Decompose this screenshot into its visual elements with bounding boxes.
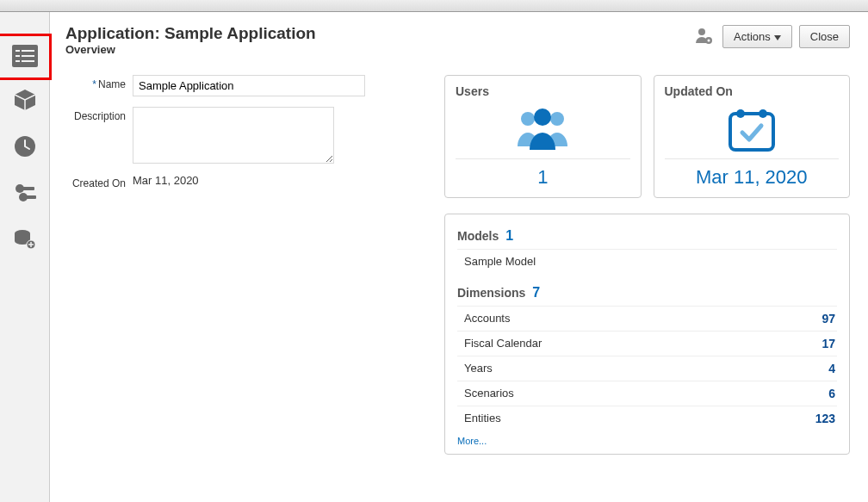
actions-label: Actions (734, 30, 771, 43)
dimensions-heading: Dimensions 7 (457, 285, 837, 301)
page-subtitle: Overview (65, 43, 316, 56)
svg-point-18 (550, 112, 564, 126)
dimension-row[interactable]: Accounts 97 (457, 306, 837, 331)
svg-point-16 (708, 39, 710, 41)
svg-rect-3 (16, 55, 20, 57)
model-row[interactable]: Sample Model (457, 249, 837, 273)
svg-point-19 (534, 108, 551, 126)
users-card[interactable]: Users 1 (444, 75, 642, 198)
main-content: Application: Sample Application Overview… (50, 12, 865, 502)
sidebar-item-history[interactable] (0, 124, 49, 170)
database-icon (14, 229, 36, 252)
svg-rect-4 (22, 55, 34, 57)
name-label: *Name (65, 75, 133, 96)
dimension-row[interactable]: Fiscal Calendar 17 (457, 331, 837, 356)
sidebar-item-cube[interactable] (0, 77, 49, 124)
dimension-row[interactable]: Scenarios 6 (457, 381, 837, 406)
actions-button[interactable]: Actions (722, 25, 792, 48)
users-count: 1 (537, 166, 548, 189)
svg-rect-1 (16, 50, 20, 52)
created-on-label: Created On (65, 174, 133, 189)
svg-point-17 (521, 112, 535, 126)
user-gear-icon (694, 26, 713, 47)
sidebar-item-keys[interactable] (0, 170, 49, 217)
models-dimensions-panel: Models 1 Sample Model Dimensions 7 Accou… (444, 214, 850, 455)
clock-icon (14, 135, 36, 160)
svg-point-22 (759, 109, 767, 118)
svg-rect-2 (22, 50, 34, 52)
svg-rect-20 (730, 114, 773, 150)
more-link[interactable]: More... (457, 436, 487, 446)
svg-point-14 (698, 28, 705, 35)
description-label: Description (65, 107, 133, 164)
window-titlebar (0, 0, 868, 12)
keys-icon (13, 182, 37, 207)
form-section: *Name Description Created On Mar 11, 202… (65, 75, 436, 455)
users-icon (512, 105, 573, 153)
users-card-title: Users (456, 84, 630, 98)
calendar-check-icon (723, 105, 780, 153)
sidebar-item-overview[interactable] (0, 34, 52, 80)
svg-rect-6 (22, 60, 34, 62)
updated-card[interactable]: Updated On Mar 11, 2020 (654, 75, 851, 198)
models-heading: Models 1 (457, 228, 837, 244)
updated-date: Mar 11, 2020 (696, 166, 808, 189)
svg-rect-5 (16, 60, 20, 62)
svg-rect-9 (22, 187, 34, 190)
created-on-value: Mar 11, 2020 (133, 174, 199, 189)
user-permissions-button[interactable] (691, 24, 716, 48)
name-input[interactable] (133, 75, 365, 96)
sidebar-item-data[interactable] (0, 217, 49, 263)
cube-icon (13, 88, 37, 115)
svg-rect-11 (26, 195, 36, 199)
close-button[interactable]: Close (799, 25, 850, 48)
dimension-row[interactable]: Entities 123 (457, 406, 837, 431)
list-icon (12, 45, 38, 70)
description-input[interactable] (133, 107, 334, 164)
updated-card-title: Updated On (665, 84, 840, 98)
svg-point-21 (736, 109, 745, 118)
sidebar (0, 12, 50, 502)
dimension-row[interactable]: Years 4 (457, 356, 837, 381)
page-title: Application: Sample Application (65, 24, 316, 43)
chevron-down-icon (774, 30, 781, 43)
